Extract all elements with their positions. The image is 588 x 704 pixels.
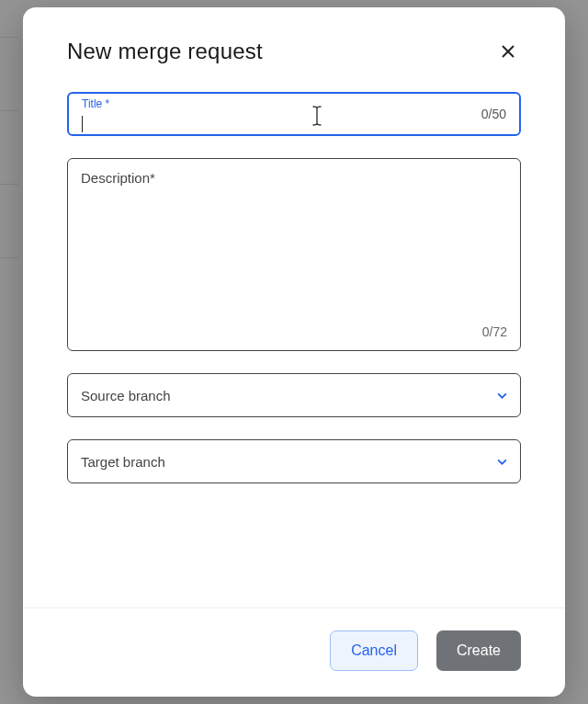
close-icon <box>501 44 515 59</box>
cancel-button[interactable]: Cancel <box>330 630 418 671</box>
description-field[interactable]: Description* 0/72 <box>67 158 521 351</box>
create-button[interactable]: Create <box>436 630 521 671</box>
text-caret <box>82 116 83 132</box>
description-char-counter: 0/72 <box>482 324 507 339</box>
title-label: Title * <box>82 97 109 110</box>
target-branch-select[interactable]: Target branch <box>67 439 521 483</box>
target-branch-field-wrap: Target branch <box>67 439 521 483</box>
chevron-down-icon <box>496 390 507 401</box>
chevron-down-icon <box>496 456 507 467</box>
close-button[interactable] <box>495 39 521 64</box>
description-placeholder: Description* <box>81 170 155 186</box>
modal-header: New merge request <box>23 7 565 85</box>
title-field-wrap: Title * 0/50 <box>67 92 521 136</box>
source-branch-select[interactable]: Source branch <box>67 373 521 417</box>
description-field-wrap: Description* 0/72 <box>67 158 521 351</box>
target-branch-label: Target branch <box>81 454 496 470</box>
title-input[interactable] <box>82 100 506 129</box>
new-merge-request-modal: New merge request Title * 0/50 Descripti… <box>23 7 565 697</box>
source-branch-label: Source branch <box>81 388 496 403</box>
modal-title: New merge request <box>67 39 263 64</box>
source-branch-field-wrap: Source branch <box>67 373 521 417</box>
title-field[interactable]: Title * 0/50 <box>67 92 521 136</box>
title-char-counter: 0/50 <box>481 107 506 121</box>
modal-footer: Cancel Create <box>23 607 565 697</box>
modal-body: Title * 0/50 Description* 0/72 Source br… <box>23 85 565 607</box>
